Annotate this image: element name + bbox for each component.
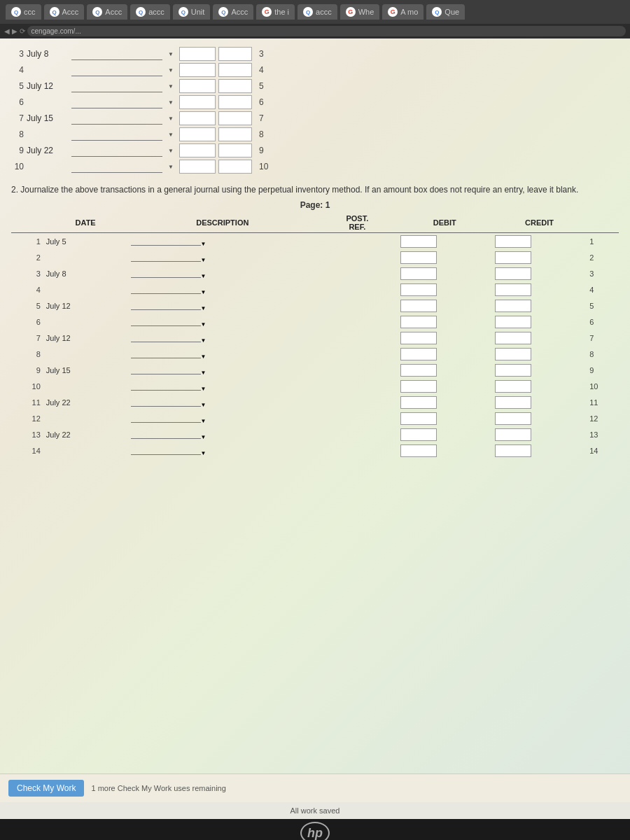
dropdown-icon[interactable]: ▼ bbox=[201, 273, 206, 279]
journal-credit-input[interactable] bbox=[495, 364, 531, 377]
table-row: 10 ▼ 10 bbox=[11, 160, 619, 174]
tab-amo[interactable]: G A mo bbox=[382, 4, 424, 20]
favicon-accc4: Q bbox=[218, 7, 228, 17]
dropdown-icon[interactable]: ▼ bbox=[201, 402, 206, 408]
tab-accc4[interactable]: Q Accc bbox=[213, 4, 253, 20]
journal-credit-input[interactable] bbox=[495, 444, 531, 457]
dropdown-icon[interactable]: ▼ bbox=[165, 80, 176, 92]
debit-input[interactable] bbox=[179, 111, 216, 125]
journal-debit-input[interactable] bbox=[400, 300, 437, 312]
col-credit-header: CREDIT bbox=[492, 213, 587, 233]
debit-input[interactable] bbox=[179, 47, 216, 61]
dropdown-icon[interactable]: ▼ bbox=[201, 337, 206, 344]
dropdown-icon[interactable]: ▼ bbox=[201, 434, 206, 440]
journal-debit-input[interactable] bbox=[400, 428, 437, 441]
journal-debit-input[interactable] bbox=[400, 348, 437, 360]
col-desc-header: DESCRIPTION bbox=[128, 213, 318, 233]
debit-input[interactable] bbox=[179, 127, 216, 141]
table-row: 4 ▼ 4 bbox=[11, 63, 619, 77]
tab-whe[interactable]: G Whe bbox=[340, 4, 380, 20]
credit-input[interactable] bbox=[218, 127, 252, 141]
dropdown-icon[interactable]: ▼ bbox=[201, 241, 206, 247]
dropdown-icon[interactable]: ▼ bbox=[201, 450, 206, 456]
journal-credit-input[interactable] bbox=[495, 284, 531, 296]
table-row: 6 ▼ 6 bbox=[11, 95, 619, 109]
journal-credit-input[interactable] bbox=[495, 235, 531, 248]
journal-debit-input[interactable] bbox=[400, 380, 437, 393]
journal-credit-input[interactable] bbox=[495, 316, 531, 328]
dropdown-icon[interactable]: ▼ bbox=[201, 305, 206, 312]
journal-row: 8▼8 bbox=[11, 346, 619, 362]
table-row: 5 July 12 ▼ 5 bbox=[11, 79, 619, 93]
journal-debit-input[interactable] bbox=[400, 251, 437, 264]
dropdown-icon[interactable]: ▼ bbox=[201, 418, 206, 424]
dropdown-icon[interactable]: ▼ bbox=[201, 354, 206, 360]
credit-input[interactable] bbox=[218, 160, 252, 174]
credit-input[interactable] bbox=[218, 144, 252, 158]
journal-credit-input[interactable] bbox=[495, 396, 531, 409]
tab-accc2[interactable]: Q Accc bbox=[87, 4, 127, 20]
favicon-amo: G bbox=[388, 7, 398, 17]
dropdown-icon[interactable]: ▼ bbox=[165, 112, 176, 125]
tab-thei[interactable]: G the i bbox=[256, 4, 295, 20]
journal-debit-input[interactable] bbox=[400, 412, 437, 425]
tab-ccc[interactable]: Q ccc bbox=[6, 4, 41, 20]
journal-credit-input[interactable] bbox=[495, 332, 531, 344]
journal-debit-input[interactable] bbox=[400, 444, 437, 457]
journal-credit-input[interactable] bbox=[495, 267, 531, 280]
tab-que[interactable]: Q Que bbox=[426, 4, 465, 20]
dropdown-icon[interactable]: ▼ bbox=[165, 48, 176, 60]
check-info-text: 1 more Check My Work uses remaining bbox=[91, 784, 225, 792]
journal-debit-input[interactable] bbox=[400, 267, 437, 280]
journal-debit-input[interactable] bbox=[400, 364, 437, 377]
favicon-accc1: Q bbox=[50, 7, 59, 17]
tab-accc1[interactable]: Q Accc bbox=[44, 4, 85, 20]
journal-debit-input[interactable] bbox=[400, 332, 437, 344]
browser-tabs: Q ccc Q Accc Q Accc Q accc Q Unit Q Accc… bbox=[0, 0, 630, 24]
journal-debit-input[interactable] bbox=[400, 316, 437, 328]
debit-input[interactable] bbox=[179, 95, 216, 109]
col-rnum-header bbox=[587, 213, 619, 233]
journal-debit-input[interactable] bbox=[400, 235, 437, 248]
journal-debit-input[interactable] bbox=[400, 284, 437, 296]
favicon-que: Q bbox=[432, 7, 442, 17]
dropdown-icon[interactable]: ▼ bbox=[201, 370, 206, 376]
favicon-accc5: Q bbox=[303, 7, 313, 17]
dropdown-icon[interactable]: ▼ bbox=[201, 321, 206, 328]
tab-accc5[interactable]: Q accc bbox=[298, 4, 337, 20]
credit-input[interactable] bbox=[218, 111, 252, 125]
journal-table: DATE DESCRIPTION POST.REF. DEBIT CREDIT … bbox=[11, 213, 619, 458]
debit-input[interactable] bbox=[179, 160, 216, 174]
journal-instruction: 2. Journalize the above transactions in … bbox=[11, 183, 619, 196]
dropdown-icon[interactable]: ▼ bbox=[165, 160, 176, 173]
debit-input[interactable] bbox=[179, 79, 216, 93]
journal-row: 3July 8▼3 bbox=[11, 265, 619, 281]
dropdown-icon[interactable]: ▼ bbox=[165, 64, 176, 76]
journal-credit-input[interactable] bbox=[495, 348, 531, 360]
debit-input[interactable] bbox=[179, 63, 216, 77]
check-my-work-button[interactable]: Check My Work bbox=[8, 780, 84, 797]
journal-debit-input[interactable] bbox=[400, 396, 437, 409]
tab-unit[interactable]: Q Unit bbox=[173, 4, 211, 20]
dropdown-icon[interactable]: ▼ bbox=[201, 289, 206, 295]
journal-credit-input[interactable] bbox=[495, 380, 531, 393]
favicon-ccc: Q bbox=[11, 7, 21, 17]
debit-input[interactable] bbox=[179, 144, 216, 158]
credit-input[interactable] bbox=[218, 47, 252, 61]
journal-credit-input[interactable] bbox=[495, 428, 531, 441]
dropdown-icon[interactable]: ▼ bbox=[201, 257, 206, 263]
journal-credit-input[interactable] bbox=[495, 412, 531, 425]
dropdown-icon[interactable]: ▼ bbox=[165, 144, 176, 157]
section1-table: 3 July 8 ▼ 3 4 ▼ 4 5 July 12 ▼ 5 bbox=[11, 47, 619, 174]
dropdown-icon[interactable]: ▼ bbox=[165, 128, 176, 141]
credit-input[interactable] bbox=[218, 63, 252, 77]
screen-content: 3 July 8 ▼ 3 4 ▼ 4 5 July 12 ▼ 5 bbox=[0, 38, 630, 774]
dropdown-icon[interactable]: ▼ bbox=[201, 386, 206, 392]
journal-row: 13July 22▼13 bbox=[11, 426, 619, 442]
credit-input[interactable] bbox=[218, 79, 252, 93]
dropdown-icon[interactable]: ▼ bbox=[165, 96, 176, 108]
credit-input[interactable] bbox=[218, 95, 252, 109]
tab-accc3[interactable]: Q accc bbox=[130, 4, 170, 20]
journal-credit-input[interactable] bbox=[495, 251, 531, 264]
journal-credit-input[interactable] bbox=[495, 300, 531, 312]
